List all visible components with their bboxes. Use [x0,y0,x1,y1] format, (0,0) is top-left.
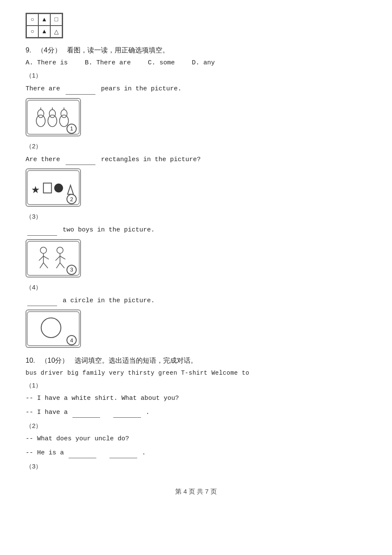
sub3-label: （3） [26,213,366,221]
q10-sub2-dialog2: -- He is a . [26,447,366,459]
q10-sub1-blank2 [113,407,141,418]
picture-3: 3 [26,239,81,278]
q10-sub2-blank2 [110,447,137,459]
q10-sub1-label: （1） [26,382,366,390]
svg-marker-14 [68,185,74,194]
q10-sub2-label: （2） [26,422,366,430]
q9-score: （4分） [37,46,61,54]
svg-point-1 [36,115,45,126]
svg-line-20 [40,263,43,268]
sub3-sentence: two boys in the picture. [26,224,366,236]
svg-point-7 [60,115,69,126]
logo-cell-triangle3: △ [50,26,62,38]
q10-sub1-dialog2: -- I have a . [26,407,366,418]
logo-cell-triangle2: ▲ [38,26,50,38]
question10-title: 10. （10分） 选词填空。选出适当的短语，完成对话。 [26,356,366,365]
logo-cell-circle2: ○ [26,26,38,38]
svg-point-5 [49,110,56,118]
svg-point-16 [40,247,47,253]
q10-sub2-blank1 [69,447,96,459]
svg-point-29 [41,318,61,338]
svg-line-26 [56,263,60,268]
svg-line-19 [43,256,49,259]
logo-grid: ○ ▲ □ ○ ▲ △ [26,13,63,38]
sub4-label: （4） [26,283,366,292]
pic3-number: 3 [66,265,77,275]
picture-2: ★ 2 [26,168,81,207]
svg-text:★: ★ [31,184,40,195]
q9-instruction: 看图，读一读，用正确选项填空。 [67,46,169,54]
svg-line-25 [60,256,66,259]
question9-title: 9. （4分） 看图，读一读，用正确选项填空。 [26,46,366,55]
q10-sub1-dialog1: -- I have a white shirt. What about you? [26,393,366,404]
q9-number: 9. [26,46,31,54]
footer-text: 第 4 页 共 7 页 [175,488,217,495]
picture-1: 1 [26,98,81,136]
sub1-label: （1） [26,72,366,80]
q10-instruction: 选词填空。选出适当的短语，完成对话。 [75,357,197,364]
logo-cell-square: □ [50,14,62,26]
option-c: C. some [148,59,175,66]
picture-4: 4 [26,309,81,348]
logo-cell-triangle-filled: ▲ [38,14,50,26]
sub2-blank [66,154,95,165]
svg-line-27 [60,263,65,268]
svg-rect-12 [43,183,52,193]
q10-score: （10分） [41,357,69,364]
option-b: B. There are [85,59,131,66]
sub2-sentence: Are there rectangles in the picture? [26,154,366,165]
logo-cell-circle: ○ [26,14,38,26]
header-logo: ○ ▲ □ ○ ▲ △ [26,13,366,38]
page-footer: 第 4 页 共 7 页 [26,488,366,496]
svg-point-13 [54,184,63,193]
sub3-blank [27,224,57,236]
svg-point-4 [48,115,57,126]
q10-sub1-blank1 [72,407,100,418]
vocab-list: bus driver big family very thirsty green… [26,370,366,376]
option-d: D. any [192,59,215,66]
pic2-number: 2 [66,194,77,204]
svg-point-2 [37,110,44,118]
q10-sub2-dialog1: -- What does your uncle do? [26,434,366,445]
sub1-sentence: There are pears in the picture. [26,83,366,95]
sub4-sentence: a circle in the picture. [26,295,366,306]
q10-number: 10. [26,357,35,364]
q10-sub3-label: （3） [26,462,366,471]
sub4-blank [27,295,57,306]
sub2-label: （2） [26,142,366,150]
svg-point-8 [61,110,67,118]
sub1-blank [66,83,95,95]
svg-line-21 [43,263,48,268]
pic1-number: 1 [66,124,77,134]
svg-line-18 [39,256,43,260]
option-a: A. There is [26,59,68,66]
svg-point-22 [57,247,63,253]
pic4-number: 4 [66,335,77,345]
options-row: A. There is B. There are C. some D. any [26,59,366,66]
svg-line-24 [55,256,60,260]
